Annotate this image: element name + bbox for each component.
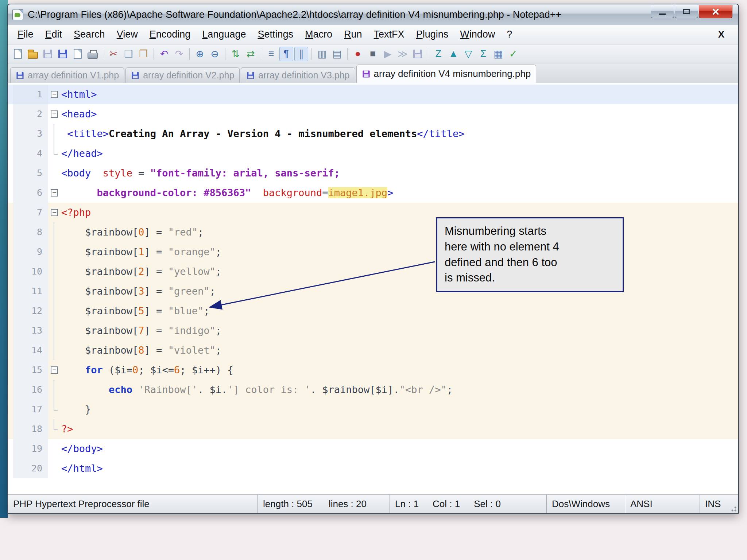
- tab-2[interactable]: array definition V2.php: [125, 67, 240, 83]
- editor[interactable]: 1−<html>2−<head>3 <title>Creating An Arr…: [8, 83, 738, 494]
- code-text[interactable]: }: [61, 400, 738, 419]
- paste-icon[interactable]: ❐: [136, 47, 150, 61]
- doc-switcher-icon[interactable]: ▥: [315, 47, 329, 61]
- fold-line: [54, 321, 54, 341]
- textfx-down-icon[interactable]: ▽: [461, 47, 475, 61]
- minimize-button[interactable]: [651, 5, 674, 18]
- indent-guide-icon[interactable]: ∥: [294, 47, 308, 61]
- tab-bar: array definition V1.phparray definition …: [8, 63, 738, 83]
- menu-encoding[interactable]: Encoding: [144, 27, 197, 42]
- maximize-icon: [683, 9, 690, 14]
- code-text[interactable]: $rainbow[3] = "green";: [61, 281, 738, 301]
- menu-plugins[interactable]: Plugins: [410, 27, 454, 42]
- playback-macro-icon[interactable]: ▶: [381, 47, 395, 61]
- menu-view[interactable]: View: [111, 27, 144, 42]
- save-all-icon[interactable]: [56, 47, 70, 61]
- cut-icon[interactable]: ✂: [107, 47, 120, 61]
- code-text[interactable]: $rainbow[1] = "orange";: [61, 242, 738, 262]
- fold-collapse-icon[interactable]: −: [51, 189, 58, 197]
- menu-language[interactable]: Language: [196, 27, 252, 42]
- code-text[interactable]: $rainbow[0] = "red";: [61, 222, 738, 242]
- code-text[interactable]: $rainbow[2] = "yellow";: [61, 262, 738, 281]
- redo-icon[interactable]: ↷: [172, 47, 186, 61]
- sync-vertical-icon[interactable]: ⇅: [229, 47, 243, 61]
- sync-horizontal-icon[interactable]: ⇄: [244, 47, 258, 61]
- code-text[interactable]: background-color: #856363" background=im…: [61, 183, 738, 203]
- menu-window[interactable]: Window: [454, 27, 501, 42]
- code-text[interactable]: for ($i=0; $i<=6; $i++) {: [61, 360, 738, 380]
- zoom-in-icon[interactable]: ⊕: [193, 47, 207, 61]
- close-file-icon[interactable]: [71, 47, 85, 61]
- fold-line: [54, 301, 54, 321]
- menu-edit[interactable]: Edit: [39, 27, 68, 42]
- fold-margin: [48, 144, 61, 163]
- menu-search[interactable]: Search: [68, 27, 111, 42]
- code-text[interactable]: </html>: [61, 459, 738, 478]
- resize-grip[interactable]: [730, 505, 737, 512]
- code-line: 19</body>: [8, 439, 738, 459]
- textfx-sum-icon[interactable]: Σ: [476, 47, 490, 61]
- textfx-sort-icon[interactable]: Z: [431, 47, 445, 61]
- run-macro-multiple-icon[interactable]: ≫: [396, 47, 410, 61]
- fold-collapse-icon[interactable]: −: [51, 209, 58, 216]
- status-cursor-section: Ln : 1 Col : 1 Sel : 0: [390, 495, 546, 513]
- tab-label: array definition V2.php: [143, 70, 234, 81]
- status-lines: lines : 20: [329, 498, 367, 510]
- code-text[interactable]: $rainbow[8] = "violet";: [61, 341, 738, 360]
- code-text[interactable]: </body>: [61, 439, 738, 459]
- new-file-icon[interactable]: [11, 47, 25, 61]
- word-wrap-icon[interactable]: ≡: [264, 47, 278, 61]
- tab-3[interactable]: array definition V3.php: [241, 67, 355, 83]
- menu-run[interactable]: Run: [338, 27, 368, 42]
- menu-textfx[interactable]: TextFX: [368, 27, 410, 42]
- open-file-icon[interactable]: [26, 47, 40, 61]
- doc-map-icon[interactable]: ▤: [330, 47, 344, 61]
- save-icon[interactable]: [41, 47, 55, 61]
- status-insert-mode: INS: [700, 495, 730, 513]
- close-document-icon[interactable]: X: [708, 29, 735, 40]
- maximize-button[interactable]: [675, 5, 698, 18]
- line-number: 7: [13, 203, 48, 222]
- tab-4[interactable]: array definition V4 misnumbering.php: [356, 65, 537, 83]
- title-bar: C:\Program Files (x86)\Apache Software F…: [8, 4, 738, 25]
- show-all-characters-icon[interactable]: ¶: [279, 47, 293, 61]
- code-text[interactable]: <head>: [61, 104, 738, 124]
- code-text[interactable]: <title>Creating An Array - Version 4 - m…: [61, 124, 738, 144]
- annotation-text: defined and then 6 too: [445, 255, 615, 271]
- notepad-plus-plus-window: C:\Program Files (x86)\Apache Software F…: [7, 4, 739, 514]
- stop-recording-icon[interactable]: ■: [366, 47, 380, 61]
- code-text[interactable]: $rainbow[5] = "blue";: [61, 301, 738, 321]
- zoom-out-icon[interactable]: ⊖: [208, 47, 222, 61]
- code-text[interactable]: </head>: [61, 144, 738, 163]
- textfx-up-icon[interactable]: ▲: [446, 47, 460, 61]
- line-number: 10: [13, 262, 48, 281]
- menu-file[interactable]: File: [12, 27, 39, 42]
- undo-icon[interactable]: ↶: [157, 47, 171, 61]
- status-line-number: Ln : 1: [395, 498, 419, 510]
- code-text[interactable]: <html>: [61, 85, 738, 104]
- fold-collapse-icon[interactable]: −: [51, 91, 58, 98]
- copy-icon[interactable]: ❑: [121, 47, 135, 61]
- spell-check-icon[interactable]: ✓: [506, 47, 520, 61]
- code-text[interactable]: <body style = "font-family: arial, sans-…: [61, 163, 738, 183]
- fold-margin: [48, 124, 61, 144]
- code-line: 3 <title>Creating An Array - Version 4 -…: [8, 124, 738, 144]
- textfx-table-icon[interactable]: ▦: [491, 47, 505, 61]
- record-macro-icon[interactable]: ●: [351, 47, 365, 61]
- print-icon[interactable]: [86, 47, 100, 61]
- fold-margin: [48, 380, 61, 400]
- code-text[interactable]: $rainbow[7] = "indigo";: [61, 321, 738, 341]
- fold-collapse-icon[interactable]: −: [51, 366, 58, 374]
- code-text[interactable]: echo 'Rainbow['. $i.'] color is: '. $rai…: [61, 380, 738, 400]
- tab-label: array definition V1.php: [28, 70, 119, 81]
- menu-settings[interactable]: Settings: [252, 27, 299, 42]
- code-text[interactable]: <?php: [61, 203, 738, 222]
- menu-macro[interactable]: Macro: [299, 27, 338, 42]
- menu-help[interactable]: ?: [501, 27, 518, 42]
- fold-collapse-icon[interactable]: −: [51, 110, 58, 118]
- save-macro-icon[interactable]: [411, 47, 425, 61]
- tab-1[interactable]: array definition V1.php: [10, 67, 124, 83]
- toolbar: ✂❑❐↶↷⊕⊖⇅⇄≡¶∥▥▤●■▶≫Z▲▽Σ▦✓: [8, 44, 738, 63]
- code-text[interactable]: ?>: [61, 419, 738, 439]
- close-button[interactable]: [699, 5, 732, 18]
